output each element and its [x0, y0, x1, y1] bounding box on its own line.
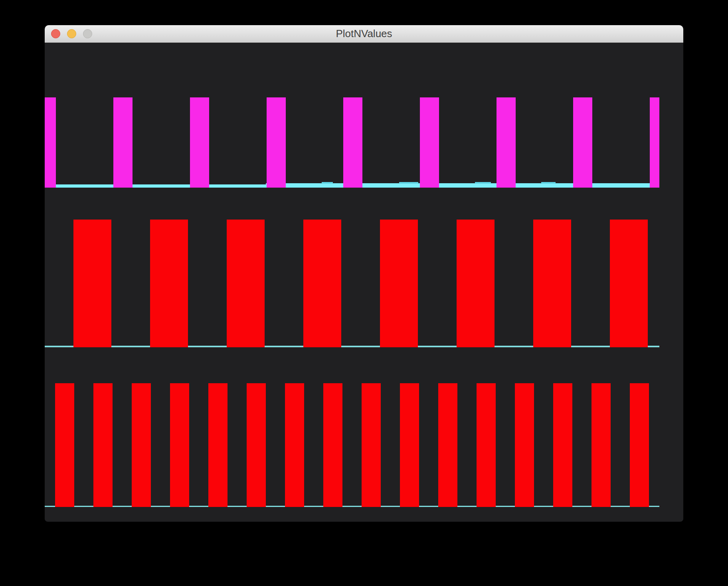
baseline-tick: [322, 182, 333, 184]
pulse-bar: [208, 383, 228, 507]
pulse-bar: [132, 383, 151, 507]
pulse-bar: [380, 220, 418, 347]
baseline-segment: [266, 183, 659, 188]
pulse-bar: [170, 383, 189, 507]
baseline-segment: [45, 184, 266, 188]
pulse-bar: [55, 383, 74, 507]
pulse-bar: [457, 220, 495, 347]
baseline-tick: [399, 182, 418, 184]
baseline-tick: [475, 182, 491, 184]
pulse-bar: [45, 97, 56, 188]
pulse-bar: [650, 97, 659, 188]
pulse-bar: [400, 383, 419, 507]
pulse-bar: [323, 383, 342, 507]
pulse-bar: [343, 97, 362, 188]
pulse-bar: [630, 383, 649, 507]
pulse-bar: [420, 97, 439, 188]
pulse-bar: [533, 220, 571, 347]
baseline-tick: [541, 182, 556, 184]
pulse-bar: [438, 383, 457, 507]
pulse-bar: [285, 383, 304, 507]
window-title: PlotNValues: [45, 25, 683, 42]
pulse-bar: [553, 383, 572, 507]
pulse-bar: [592, 383, 611, 507]
pulse-bar: [227, 220, 265, 347]
pulse-bar: [247, 383, 266, 507]
pulse-bar: [73, 220, 111, 347]
pulse-bar: [610, 220, 648, 347]
plot-canvas: [45, 43, 683, 521]
titlebar[interactable]: PlotNValues: [45, 25, 683, 43]
pulse-bar: [573, 97, 592, 188]
pulse-bar: [497, 97, 516, 188]
pulse-bar: [303, 220, 341, 347]
desktop-background: PlotNValues: [0, 0, 728, 586]
pulse-bar: [515, 383, 534, 507]
pulse-bar: [150, 220, 188, 347]
pulse-bar: [190, 97, 209, 188]
pulse-bar: [93, 383, 113, 507]
pulse-bar: [113, 97, 133, 188]
pulse-bar: [362, 383, 381, 507]
pulse-bar: [267, 97, 286, 188]
plotnvalues-window: PlotNValues: [45, 25, 683, 522]
pulse-bar: [477, 383, 496, 507]
